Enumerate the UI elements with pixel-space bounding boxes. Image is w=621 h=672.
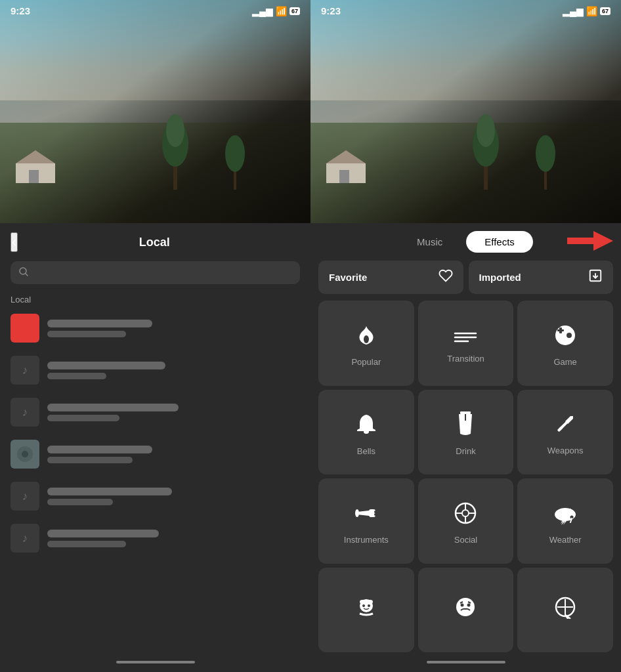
music-text bbox=[47, 404, 300, 421]
svg-marker-20 bbox=[567, 231, 613, 251]
popular-label: Popular bbox=[351, 357, 381, 367]
local-title: Local bbox=[28, 236, 280, 249]
status-bar-left: 9:23 ▂▄▆ 📶 67 bbox=[0, 5, 310, 16]
bells-label: Bells bbox=[357, 446, 375, 456]
house-left bbox=[16, 150, 81, 183]
right-panel: 9:23 ▂▄▆ 📶 67 bbox=[310, 0, 621, 672]
tree2-right bbox=[532, 131, 559, 190]
svg-point-4 bbox=[225, 135, 245, 172]
row4c-icon bbox=[553, 595, 577, 622]
music-thumb-dark: ♪ bbox=[11, 482, 39, 511]
effect-game[interactable]: Game bbox=[517, 301, 613, 386]
effect-social[interactable]: Social bbox=[418, 478, 514, 564]
weather-icon bbox=[552, 501, 578, 528]
svg-point-11 bbox=[22, 451, 28, 457]
section-label: Local bbox=[0, 289, 310, 307]
music-thumb-red bbox=[11, 314, 39, 343]
left-panel: 9:23 ▂▄▆ 📶 67 bbox=[0, 0, 310, 672]
effect-weapons[interactable]: Weapons bbox=[517, 390, 613, 475]
transition-icon bbox=[454, 326, 477, 347]
time-left: 9:23 bbox=[11, 5, 30, 16]
instruments-label: Instruments bbox=[344, 535, 389, 545]
svg-point-58 bbox=[456, 598, 475, 616]
list-item[interactable] bbox=[0, 433, 310, 475]
bells-icon bbox=[354, 411, 378, 440]
svg-point-39 bbox=[374, 511, 377, 513]
music-subtitle-blur bbox=[47, 415, 119, 421]
list-item[interactable]: ♪ bbox=[0, 391, 310, 433]
music-subtitle-blur bbox=[47, 541, 126, 547]
weapons-label: Weapons bbox=[547, 446, 584, 455]
svg-point-55 bbox=[368, 600, 373, 604]
local-header: ‹ Local bbox=[0, 223, 310, 261]
tab-row: Music Effects bbox=[310, 223, 621, 261]
video-preview-right: 9:23 ▂▄▆ 📶 67 bbox=[310, 0, 621, 223]
weather-label: Weather bbox=[549, 535, 582, 545]
social-label: Social bbox=[454, 535, 477, 545]
list-item[interactable]: ♪ bbox=[0, 517, 310, 559]
music-thumb-dark: ♪ bbox=[11, 398, 39, 427]
row4b-icon bbox=[454, 595, 477, 622]
effect-row4b[interactable] bbox=[418, 568, 514, 653]
red-arrow bbox=[567, 230, 613, 255]
music-text bbox=[47, 362, 300, 379]
favorite-button[interactable]: Favorite bbox=[318, 261, 463, 294]
svg-rect-30 bbox=[559, 327, 562, 333]
weapons-icon bbox=[553, 412, 577, 439]
effects-grid: Popular Transition bbox=[310, 301, 621, 652]
search-bar[interactable] bbox=[11, 261, 300, 284]
list-item[interactable]: ♪ bbox=[0, 475, 310, 517]
music-title-blur bbox=[47, 530, 159, 537]
back-button[interactable]: ‹ bbox=[11, 232, 18, 252]
svg-point-54 bbox=[360, 600, 365, 604]
effect-instruments[interactable]: Instruments bbox=[318, 478, 414, 564]
game-label: Game bbox=[553, 357, 576, 367]
list-item[interactable] bbox=[0, 307, 310, 349]
row4a-icon bbox=[354, 595, 378, 622]
music-text bbox=[47, 320, 300, 337]
svg-point-31 bbox=[364, 430, 369, 434]
status-bar-right: 9:23 ▂▄▆ 📶 67 bbox=[310, 5, 621, 16]
svg-point-27 bbox=[555, 326, 575, 345]
popular-icon bbox=[354, 324, 378, 350]
video-scene-left bbox=[0, 0, 310, 223]
tree-left bbox=[156, 111, 195, 190]
svg-marker-18 bbox=[326, 150, 366, 163]
effect-row4a[interactable] bbox=[318, 568, 414, 653]
music-text bbox=[47, 488, 300, 505]
effect-transition[interactable]: Transition bbox=[418, 301, 514, 386]
effect-bells[interactable]: Bells bbox=[318, 390, 414, 475]
tab-music[interactable]: Music bbox=[398, 231, 461, 253]
effect-row4c[interactable] bbox=[517, 568, 613, 653]
video-preview-left: 9:23 ▂▄▆ 📶 67 bbox=[0, 0, 310, 223]
svg-point-16 bbox=[536, 135, 555, 172]
imported-label: Imported bbox=[479, 272, 521, 283]
music-subtitle-blur bbox=[47, 373, 106, 379]
drink-icon bbox=[456, 411, 475, 440]
svg-point-28 bbox=[567, 333, 572, 338]
effect-drink[interactable]: Drink bbox=[418, 390, 514, 475]
music-subtitle-blur bbox=[47, 457, 133, 463]
svg-point-56 bbox=[362, 604, 365, 607]
home-indicator-left bbox=[0, 652, 310, 672]
svg-point-59 bbox=[461, 603, 464, 606]
svg-line-9 bbox=[26, 274, 28, 276]
tree2-left bbox=[222, 131, 248, 190]
effect-weather[interactable]: Weather bbox=[517, 478, 613, 564]
svg-rect-38 bbox=[369, 509, 375, 517]
heart-icon bbox=[439, 268, 453, 286]
music-thumb-img bbox=[11, 440, 39, 469]
drink-label: Drink bbox=[456, 446, 475, 456]
signal-icon-right: ▂▄▆ bbox=[563, 6, 584, 16]
signal-icon-left: ▂▄▆ bbox=[252, 6, 273, 16]
list-item[interactable]: ♪ bbox=[0, 349, 310, 391]
wifi-icon-right: 📶 bbox=[586, 6, 597, 16]
svg-point-2 bbox=[166, 114, 184, 147]
tab-effects[interactable]: Effects bbox=[466, 231, 533, 253]
home-bar-right bbox=[427, 661, 505, 663]
search-icon bbox=[18, 266, 29, 279]
svg-point-14 bbox=[477, 114, 495, 147]
search-input[interactable] bbox=[34, 267, 292, 278]
effect-popular[interactable]: Popular bbox=[318, 301, 414, 386]
imported-button[interactable]: Imported bbox=[469, 261, 614, 294]
